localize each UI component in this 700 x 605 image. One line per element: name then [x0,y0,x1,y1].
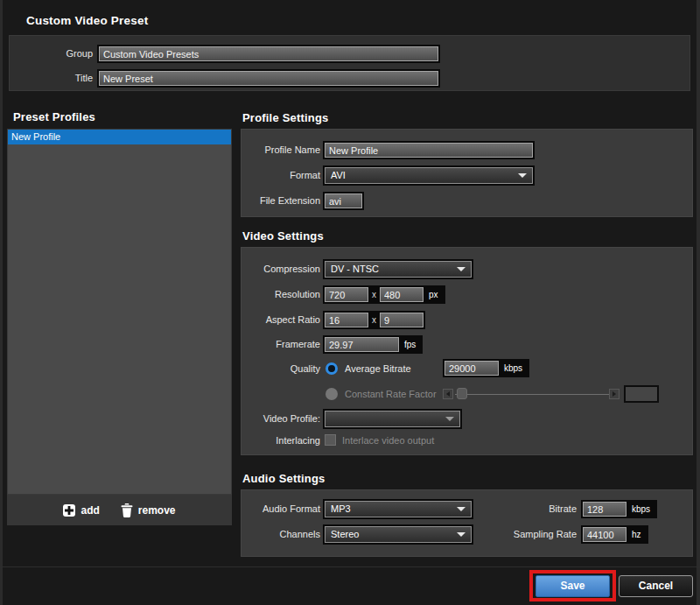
format-dropdown-wrap: AVI [323,165,535,186]
title-input[interactable] [99,71,438,86]
profile-settings-heading: Profile Settings [242,111,329,124]
dialog-right-edge [696,0,700,605]
bitrate-input[interactable] [583,502,626,517]
sampling-rate-input[interactable] [583,527,626,542]
sampling-rate-field-group: hz [581,525,648,544]
add-button-label: add [80,504,99,517]
remove-profile-button[interactable]: remove [121,503,176,517]
dialog-title: Custom Video Preset [26,14,148,27]
quality-label: Quality [242,360,320,378]
channels-dropdown-wrap: Stereo [323,524,473,545]
chevron-down-icon [518,173,527,178]
trash-icon [121,503,133,517]
audio-format-label: Audio Format [242,499,320,519]
interlace-checkbox-label: Interlace video output [342,433,434,449]
framerate-input[interactable] [325,337,399,352]
file-extension-label: File Extension [242,192,320,210]
group-input[interactable] [99,46,438,61]
preset-profiles-toolbar: add remove [7,495,232,525]
cancel-button[interactable]: Cancel [619,575,693,597]
video-profile-dropdown-wrap [323,409,462,429]
video-settings-heading: Video Settings [242,229,324,243]
profile-name-input[interactable] [325,143,533,158]
compression-dropdown[interactable]: DV - NTSC [325,261,472,278]
preset-list-item-new-profile[interactable]: New Profile [8,130,231,144]
resolution-height-input[interactable] [380,287,424,302]
chevron-down-icon [457,507,466,511]
compression-dropdown-value: DV - NTSC [331,264,379,274]
sampling-rate-label: Sampling Rate [486,525,577,544]
audio-format-dropdown-value: MP3 [331,503,351,514]
save-button-highlight [529,570,616,601]
channels-dropdown-value: Stereo [331,529,359,539]
group-field-wrap [97,45,440,63]
interlace-checkbox [325,434,336,446]
title-label: Title [10,69,93,88]
format-dropdown[interactable]: AVI [325,167,533,184]
aspect-x-separator: x [368,313,380,327]
channels-dropdown[interactable]: Stereo [325,526,472,543]
kbps-unit-label: kbps [499,361,528,376]
bitrate-field-group: kbps [581,500,657,518]
resolution-field-group: x px [323,285,445,304]
aspect-ratio-field-group: x [323,311,425,329]
profile-name-label: Profile Name [242,141,320,159]
video-profile-label: Video Profile: [242,409,320,429]
resolution-label: Resolution [242,285,320,304]
framerate-label: Framerate [242,335,320,354]
framerate-field-group: fps [323,335,423,354]
aspect-ratio-label: Aspect Ratio [242,311,320,329]
crf-value-input [624,385,659,403]
resolution-width-input[interactable] [325,287,368,302]
plus-icon [63,504,75,517]
arrow-left-icon [446,391,450,397]
px-unit-label: px [424,287,444,302]
chevron-down-icon [445,417,454,421]
constant-rate-factor-label: Constant Rate Factor [345,385,437,404]
average-bitrate-label: Average Bitrate [345,360,411,378]
aspect-height-input[interactable] [380,313,424,327]
format-label: Format [242,165,320,186]
crf-slider-handle [457,388,467,399]
kbps-unit-label: kbps [626,502,655,517]
average-bitrate-input[interactable] [444,361,499,376]
audio-settings-panel: Audio Format MP3 Bitrate kbps Channels S… [241,489,693,557]
compression-label: Compression [242,259,320,279]
remove-button-label: remove [138,504,176,517]
crf-slider-track [455,394,611,395]
resolution-x-separator: x [368,287,380,302]
add-profile-button[interactable]: add [63,504,99,517]
title-field-wrap [97,69,440,88]
crf-slider-right-arrow [609,389,620,399]
channels-label: Channels [242,524,320,545]
audio-format-dropdown-wrap: MP3 [323,499,473,519]
dialog-left-edge [0,0,3,605]
format-dropdown-value: AVI [331,170,346,180]
profile-settings-panel: Profile Name Format AVI File Extension [241,129,693,217]
fps-unit-label: fps [399,337,421,352]
interlacing-label: Interlacing [242,433,320,449]
profile-name-field-wrap [323,141,535,159]
aspect-width-input[interactable] [325,313,368,327]
compression-dropdown-wrap: DV - NTSC [323,259,473,279]
footer-separator [0,566,700,567]
average-bitrate-field-group: kbps [443,359,529,377]
video-profile-dropdown[interactable] [325,411,460,427]
file-extension-input[interactable] [325,193,362,208]
preset-profiles-list[interactable]: New Profile [7,129,232,495]
audio-settings-heading: Audio Settings [242,472,326,485]
hz-unit-label: hz [626,527,647,542]
file-extension-field-wrap [323,192,364,210]
audio-format-dropdown[interactable]: MP3 [325,501,472,517]
chevron-down-icon [457,532,466,537]
constant-rate-factor-radio [326,388,338,400]
preset-profiles-heading: Preset Profiles [13,110,95,123]
average-bitrate-radio[interactable] [326,362,338,375]
preset-header-panel: Group Title [9,35,690,91]
crf-slider-left-arrow [443,389,453,399]
bitrate-label: Bitrate [486,500,577,518]
group-label: Group [10,45,93,63]
video-settings-panel: Compression DV - NTSC Resolution x px As… [241,247,693,455]
chevron-down-icon [457,267,466,271]
arrow-right-icon [612,391,616,397]
